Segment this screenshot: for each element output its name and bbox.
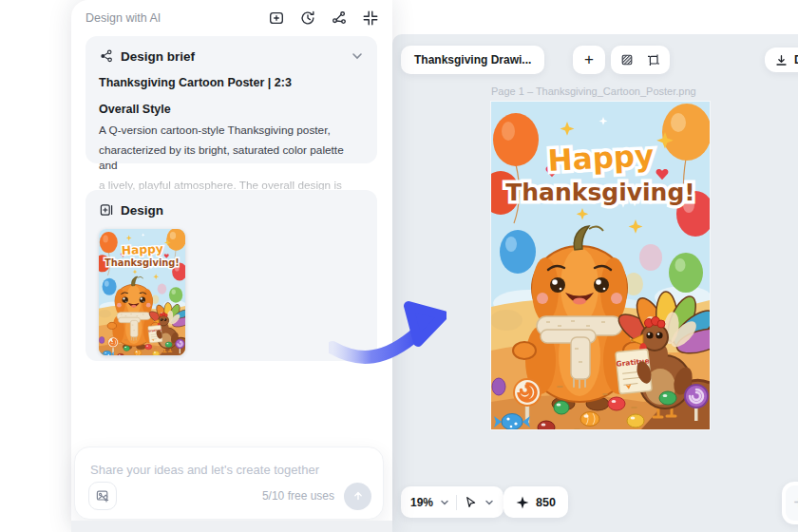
new-chat-icon[interactable] <box>268 10 285 27</box>
credits-count: 850 <box>536 496 556 509</box>
design-result-card: Design <box>86 190 377 361</box>
send-button[interactable] <box>344 483 371 510</box>
panel-header: Design with AI <box>86 8 379 28</box>
poster-artwork <box>491 102 710 429</box>
crop-icon[interactable] <box>646 52 661 67</box>
design-brief-label: Design brief <box>121 49 344 64</box>
design-canvas[interactable]: Thanksgiving Drawi... + D Page 1 – Thank… <box>392 34 798 532</box>
canvas-tab-label: Thanksgiving Drawi... <box>414 53 531 66</box>
ai-chat-panel: Design with AI <box>71 0 392 532</box>
arrow-up-icon <box>352 489 365 503</box>
panel-title: Design with AI <box>86 11 268 25</box>
design-thumbnail[interactable] <box>99 229 185 355</box>
collapse-icon[interactable] <box>362 10 379 27</box>
chevron-down-icon[interactable] <box>440 498 449 507</box>
attach-image-button[interactable] <box>88 482 117 510</box>
download-icon <box>774 53 788 67</box>
design-brief-header[interactable]: Design brief <box>99 48 364 64</box>
credits-badge[interactable]: 850 <box>504 486 568 518</box>
canvas-tools <box>611 46 670 74</box>
prompt-composer[interactable]: 5/10 free uses <box>74 446 384 520</box>
add-page-button[interactable]: + <box>573 46 605 74</box>
app-window: Thanksgiving Drawi... + D Page 1 – Thank… <box>0 0 798 532</box>
cursor-tool-icon[interactable] <box>464 495 478 509</box>
divider <box>456 495 457 510</box>
share-icon[interactable] <box>331 10 348 27</box>
plus-icon: + <box>793 492 798 514</box>
sparkle-icon <box>516 496 529 509</box>
corner-add-button[interactable]: + <box>782 482 798 524</box>
design-card-header: Design <box>99 202 364 218</box>
design-artboard-icon <box>99 202 114 218</box>
composer-actions: 5/10 free uses <box>88 482 371 510</box>
prompt-input[interactable] <box>90 463 368 477</box>
zoom-level[interactable]: 19% <box>410 496 433 509</box>
free-uses-counter: 5/10 free uses <box>117 489 344 503</box>
design-thumbnail-art <box>99 229 185 355</box>
brief-nodes-icon <box>99 48 114 64</box>
brief-body-line: characterized by its bright, saturated c… <box>99 142 364 173</box>
canvas-tab[interactable]: Thanksgiving Drawi... <box>401 46 544 74</box>
poster-image[interactable] <box>491 102 710 429</box>
brief-section-heading: Overall Style <box>99 103 364 116</box>
download-button[interactable]: D <box>765 48 798 72</box>
history-icon[interactable] <box>299 10 316 27</box>
header-actions <box>268 10 379 27</box>
chevron-down-icon[interactable] <box>484 498 494 507</box>
zoom-control[interactable]: 19% <box>401 486 504 518</box>
plus-icon: + <box>584 50 594 69</box>
design-card-label: Design <box>121 203 364 218</box>
brief-body-line: A Q-version cartoon-style Thanksgiving p… <box>99 123 364 138</box>
page-caption[interactable]: Page 1 – Thanksgiving_Cartoon_Poster.png <box>491 86 696 97</box>
panel-footer <box>71 521 392 532</box>
design-brief-card[interactable]: Design brief Thanksgiving Cartoon Poster… <box>86 36 377 163</box>
pattern-fill-icon[interactable] <box>619 52 635 67</box>
image-add-icon <box>95 488 110 504</box>
chevron-down-icon[interactable] <box>351 49 364 63</box>
download-label: D <box>794 53 798 66</box>
brief-title: Thanksgiving Cartoon Poster | 2:3 <box>99 76 364 89</box>
